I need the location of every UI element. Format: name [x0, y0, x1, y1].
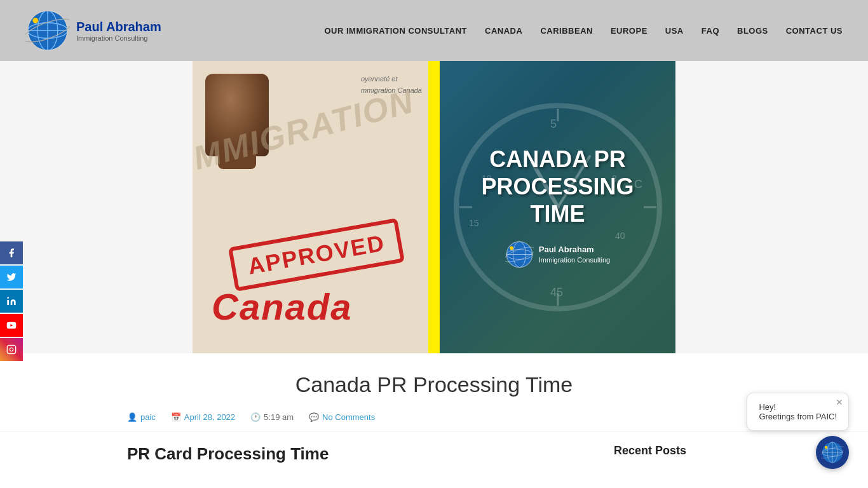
content-area: PR Card Processing Time Recent Posts — [0, 438, 868, 483]
hero-right-panel: 5 C 45 15 40 18 8 CANADA PR PROCESSING T… — [440, 61, 675, 353]
page-title: Canada PR Processing Time — [13, 372, 855, 397]
social-linkedin-button[interactable] — [0, 290, 23, 313]
svg-text:40: 40 — [615, 231, 625, 241]
svg-point-8 — [7, 297, 9, 299]
logo-area[interactable]: Paul Abraham Immigration Consulting — [25, 8, 165, 53]
calendar-icon: 📅 — [171, 412, 181, 422]
meta-author: 👤 paic — [127, 412, 156, 422]
hero-logo-text: Paul Abraham Immigration Consulting — [539, 245, 611, 264]
main-content: oyenneté et mmigration Canada IMMIGRATIO… — [0, 61, 868, 483]
nav-contact[interactable]: CONTACT US — [786, 26, 843, 36]
chat-open-button[interactable] — [816, 436, 849, 469]
social-twitter-button[interactable] — [0, 266, 23, 288]
clock-icon: 🕐 — [250, 412, 261, 422]
nav-usa[interactable]: USA — [665, 26, 684, 36]
meta-comments: 💬 No Comments — [309, 412, 375, 422]
svg-point-30 — [510, 247, 513, 250]
approved-badge: APPROVED — [228, 218, 405, 292]
approved-text: APPROVED — [246, 229, 387, 279]
article: PR Card Processing Time — [127, 444, 595, 470]
nav-canada[interactable]: CANADA — [485, 26, 522, 36]
author-icon: 👤 — [127, 412, 137, 422]
logo-sub: Immigration Consulting — [76, 34, 161, 42]
chat-globe-icon — [821, 441, 844, 464]
article-heading: PR Card Processing Time — [127, 444, 595, 464]
chat-bubble: ✕ Hey! Greetings from PAIC! — [747, 393, 849, 431]
svg-text:45: 45 — [550, 286, 563, 299]
social-youtube-button[interactable] — [0, 314, 23, 337]
nav-caribbean[interactable]: CARIBBEAN — [540, 26, 593, 36]
main-nav: OUR IMMIGRATION CONSULTANT CANADA CARIBB… — [324, 26, 843, 36]
header: Paul Abraham Immigration Consulting OUR … — [0, 0, 868, 61]
hero-section: oyenneté et mmigration Canada IMMIGRATIO… — [0, 61, 868, 353]
meta-date: 📅 April 28, 2022 — [171, 412, 235, 422]
comments-link[interactable]: No Comments — [322, 412, 375, 422]
chat-greeting-line2: Greetings from PAIC! — [759, 412, 837, 421]
hero-left-panel: oyenneté et mmigration Canada IMMIGRATIO… — [193, 61, 428, 353]
nav-europe[interactable]: EUROPE — [611, 26, 648, 36]
social-sidebar — [0, 241, 23, 361]
page-title-section: Canada PR Processing Time — [0, 353, 868, 403]
meta-time: 🕐 5:19 am — [250, 412, 294, 422]
author-link[interactable]: paic — [140, 412, 156, 422]
chat-widget: ✕ Hey! Greetings from PAIC! — [747, 393, 849, 469]
social-facebook-button[interactable] — [0, 241, 23, 264]
chat-greeting-line1: Hey! — [759, 402, 837, 412]
yellow-divider — [428, 61, 440, 353]
chat-close-button[interactable]: ✕ — [836, 397, 843, 407]
nav-blogs[interactable]: BLOGS — [737, 26, 768, 36]
date-link[interactable]: April 28, 2022 — [184, 412, 235, 422]
comment-icon: 💬 — [309, 412, 319, 422]
hero-logo: Paul Abraham Immigration Consulting — [505, 240, 611, 269]
nav-immigration-consultant[interactable]: OUR IMMIGRATION CONSULTANT — [324, 26, 467, 36]
svg-point-7 — [32, 18, 38, 24]
logo-globe-icon — [25, 8, 70, 53]
logo-name: Paul Abraham — [76, 20, 161, 34]
meta-info: 👤 paic 📅 April 28, 2022 🕐 5:19 am 💬 No C… — [0, 403, 868, 431]
svg-point-37 — [825, 446, 828, 449]
svg-rect-9 — [7, 345, 15, 353]
logo-text: Paul Abraham Immigration Consulting — [76, 20, 161, 42]
nav-faq[interactable]: FAQ — [702, 26, 719, 36]
canada-stamp-text: Canada — [212, 285, 353, 328]
hero-title: CANADA PR PROCESSING TIME — [440, 146, 675, 228]
time-text: 5:19 am — [264, 412, 294, 422]
hero-logo-globe-icon — [505, 240, 534, 269]
hero-image: oyenneté et mmigration Canada IMMIGRATIO… — [193, 61, 675, 353]
svg-text:5: 5 — [550, 118, 557, 130]
social-instagram-button[interactable] — [0, 338, 23, 361]
